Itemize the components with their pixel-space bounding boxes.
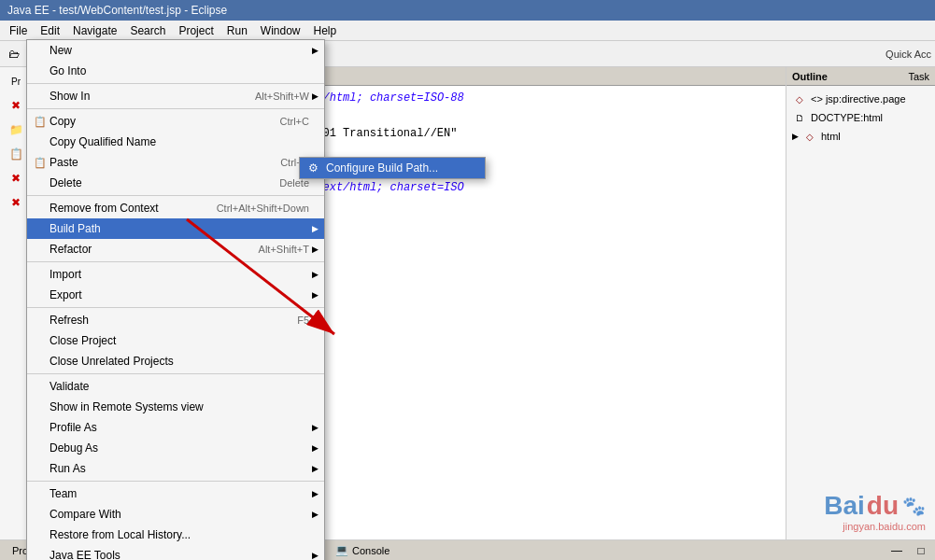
ctx-restore-history[interactable]: Restore from Local History... (27, 525, 324, 545)
tab-console-label: Console (352, 545, 390, 556)
sidebar-btn-3[interactable]: 📁 (6, 119, 26, 140)
ctx-delete-label: Delete (50, 176, 82, 189)
tab-console[interactable]: 💻 Console (327, 541, 398, 559)
ctx-close-unrelated[interactable]: Close Unrelated Projects (27, 351, 324, 371)
menu-project[interactable]: Project (173, 22, 219, 39)
ctx-refactor-shortcut: Alt+Shift+T (259, 244, 309, 255)
bottom-maximize-btn[interactable]: □ (911, 540, 931, 561)
ctx-run-as-label: Run As (50, 462, 86, 475)
ctx-sep-1 (27, 83, 324, 84)
ctx-new[interactable]: New (27, 40, 324, 61)
menu-edit[interactable]: Edit (35, 22, 65, 39)
ctx-sep-4 (27, 261, 324, 262)
menu-bar: File Edit Navigate Search Project Run Wi… (0, 21, 935, 41)
sidebar-btn-6[interactable]: ✖ (6, 192, 26, 213)
ctx-remove-context-label: Remove from Context (50, 202, 159, 215)
outline-tree: ◇ <> jsp:directive.page 🗋 DOCTYPE:html ▶… (786, 86, 935, 149)
title-bar: Java EE - test/WebContent/test.jsp - Ecl… (0, 0, 935, 21)
bottom-tab-actions: — □ (886, 540, 931, 561)
ctx-build-path-label: Build Path (50, 222, 101, 235)
menu-help[interactable]: Help (308, 22, 343, 39)
ctx-delete[interactable]: Delete Delete (27, 173, 324, 193)
ctx-close-unrelated-label: Close Unrelated Projects (50, 355, 174, 368)
ctx-validate-label: Validate (50, 380, 89, 393)
ctx-refactor[interactable]: Refactor Alt+Shift+T (27, 239, 324, 259)
ctx-refactor-label: Refactor (50, 243, 92, 256)
ctx-import[interactable]: Import (27, 264, 324, 285)
ctx-show-in[interactable]: Show In Alt+Shift+W (27, 86, 324, 106)
toolbar-btn-1[interactable]: 🗁 (4, 44, 24, 64)
ctx-team-label: Team (50, 487, 77, 500)
ctx-profile-as[interactable]: Profile As (27, 417, 324, 438)
menu-navigate[interactable]: Navigate (67, 22, 122, 39)
ctx-sep-5 (27, 307, 324, 308)
menu-run[interactable]: Run (221, 22, 253, 39)
ctx-refresh[interactable]: Refresh F5 (27, 310, 324, 330)
ctx-show-in-shortcut: Alt+Shift+W (255, 91, 309, 102)
ctx-import-label: Import (50, 268, 81, 281)
ctx-new-label: New (50, 44, 72, 57)
outline-item-directive[interactable]: ◇ <> jsp:directive.page (790, 90, 931, 108)
ctx-copy-qualified[interactable]: Copy Qualified Name (27, 132, 324, 152)
copy-icon: 📋 (33, 114, 48, 129)
context-menu: New Go Into Show In Alt+Shift+W 📋 Copy C… (26, 39, 325, 560)
build-path-submenu: ⚙ Configure Build Path... (299, 157, 486, 179)
ctx-close-project-label: Close Project (50, 334, 116, 347)
doctype-icon: 🗋 (792, 110, 807, 125)
sidebar-btn-1[interactable]: Pr (6, 71, 26, 91)
ctx-sep-2 (27, 108, 324, 109)
ctx-refresh-shortcut: F5 (297, 315, 309, 326)
outline-directive-label: <> jsp:directive.page (811, 93, 906, 105)
configure-build-path-icon: ⚙ (305, 161, 320, 175)
directive-icon: ◇ (792, 91, 807, 106)
title-text: Java EE - test/WebContent/test.jsp - Ecl… (7, 4, 227, 17)
ctx-sep-3 (27, 195, 324, 196)
ctx-remove-context[interactable]: Remove from Context Ctrl+Alt+Shift+Down (27, 198, 324, 218)
ctx-build-path[interactable]: Build Path (27, 218, 324, 239)
ctx-refresh-label: Refresh (50, 314, 89, 327)
outline-header: Outline Task (786, 67, 935, 86)
ctx-copy-shortcut: Ctrl+C (280, 116, 309, 127)
ctx-run-as[interactable]: Run As (27, 458, 324, 479)
outline-html-label: html (821, 131, 841, 142)
sidebar-btn-5[interactable]: ✖ (6, 168, 26, 189)
ctx-java-ee-tools-label: Java EE Tools (50, 549, 120, 560)
menu-file[interactable]: File (4, 22, 33, 39)
ctx-team[interactable]: Team (27, 483, 324, 504)
ctx-copy-label: Copy (50, 115, 76, 128)
ctx-copy[interactable]: 📋 Copy Ctrl+C (27, 111, 324, 132)
ctx-java-ee-tools[interactable]: Java EE Tools (27, 545, 324, 560)
quick-access-label: Quick Acc (885, 49, 931, 60)
bottom-minimize-btn[interactable]: — (886, 540, 907, 561)
ctx-profile-as-label: Profile As (50, 421, 97, 434)
console-icon: 💻 (335, 544, 348, 556)
ctx-paste-label: Paste (50, 156, 78, 169)
outline-doctype-label: DOCTYPE:html (811, 112, 883, 123)
ctx-copy-qualified-label: Copy Qualified Name (50, 135, 156, 148)
sidebar-btn-2[interactable]: ✖ (6, 95, 26, 116)
menu-search[interactable]: Search (124, 22, 171, 39)
ctx-go-into-label: Go Into (50, 64, 86, 77)
configure-build-path-item[interactable]: ⚙ Configure Build Path... (300, 158, 485, 178)
right-panel: Outline Task ◇ <> jsp:directive.page 🗋 D… (786, 67, 935, 539)
ctx-show-remote[interactable]: Show in Remote Systems view (27, 397, 324, 417)
paste-icon: 📋 (33, 155, 48, 170)
sidebar-btn-4[interactable]: 📋 (6, 144, 26, 164)
configure-build-path-label: Configure Build Path... (326, 161, 438, 175)
ctx-debug-as[interactable]: Debug As (27, 438, 324, 458)
menu-window[interactable]: Window (255, 22, 306, 39)
outline-title: Outline (792, 71, 828, 82)
html-icon: ◇ (802, 129, 817, 144)
html-expand-icon: ▶ (792, 132, 799, 141)
ctx-validate[interactable]: Validate (27, 376, 324, 397)
ctx-compare-with[interactable]: Compare With (27, 504, 324, 525)
ctx-export[interactable]: Export (27, 285, 324, 305)
ctx-go-into[interactable]: Go Into (27, 61, 324, 81)
ctx-restore-history-label: Restore from Local History... (50, 528, 191, 541)
ctx-close-project[interactable]: Close Project (27, 330, 324, 351)
outline-item-html[interactable]: ▶ ◇ html (790, 127, 931, 146)
ctx-paste[interactable]: 📋 Paste Ctrl+V (27, 152, 324, 173)
ctx-remove-shortcut: Ctrl+Alt+Shift+Down (217, 203, 309, 214)
outline-item-doctype[interactable]: 🗋 DOCTYPE:html (790, 108, 931, 127)
task-title: Task (908, 71, 929, 82)
